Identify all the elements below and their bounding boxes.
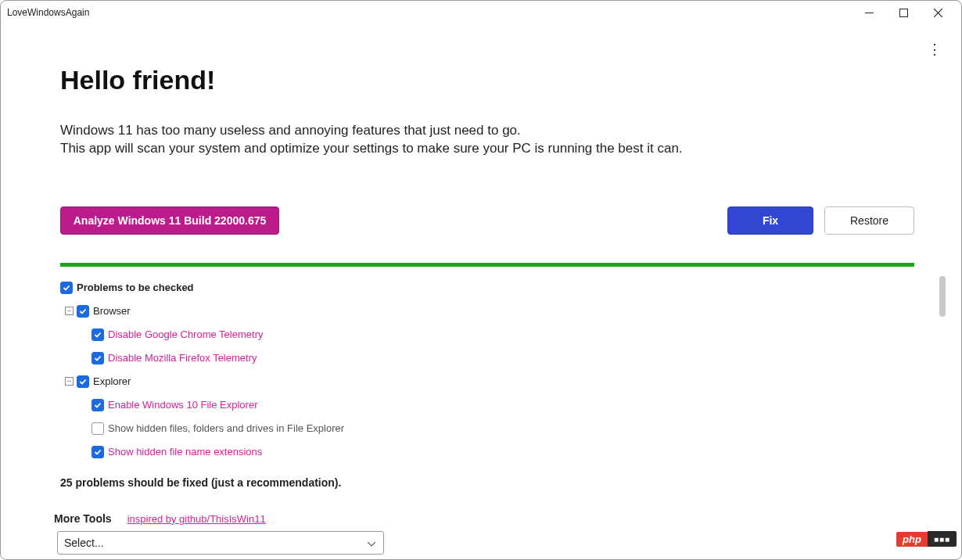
tree-item-label: Show hidden files, folders and drives in… xyxy=(108,422,344,434)
close-button[interactable] xyxy=(921,1,955,24)
checkbox-item[interactable] xyxy=(92,399,104,411)
tree-item[interactable]: Disable Mozilla Firefox Telemetry xyxy=(60,346,914,370)
checkbox-item[interactable] xyxy=(92,446,104,458)
minimize-icon xyxy=(865,9,874,17)
svg-rect-1 xyxy=(899,9,907,16)
checkbox-item[interactable] xyxy=(92,328,104,341)
close-icon xyxy=(934,9,942,17)
analyze-button[interactable]: Analyze Windows 11 Build 22000.675 xyxy=(60,206,279,235)
checkbox-browser[interactable] xyxy=(77,305,89,318)
tree-item-label: Disable Google Chrome Telemetry xyxy=(108,328,263,340)
tree-root[interactable]: Problems to be checked xyxy=(60,276,914,300)
tree-root-label: Problems to be checked xyxy=(77,282,194,293)
checkbox-item[interactable] xyxy=(92,352,104,364)
checkbox-explorer[interactable] xyxy=(77,375,89,388)
collapse-icon[interactable]: − xyxy=(65,377,74,386)
page-description: Windows 11 has too many useless and anno… xyxy=(60,122,914,158)
minimize-button[interactable] xyxy=(852,1,886,24)
watermark-badge: php ■■■ xyxy=(896,531,957,547)
app-window: LoveWindowsAgain ⋮ Hello friend! Windows… xyxy=(0,0,962,560)
tree-item[interactable]: Disable Google Chrome Telemetry xyxy=(60,323,914,346)
inspired-link[interactable]: inspired by github/ThisIsWin11 xyxy=(127,513,266,525)
tree-item-label: Enable Windows 10 File Explorer xyxy=(108,399,257,411)
badge-left: php xyxy=(896,532,928,547)
restore-button[interactable]: Restore xyxy=(824,206,914,235)
tree-scrollbar[interactable] xyxy=(939,276,946,317)
tree-wrapper: Problems to be checked − Browser Disable… xyxy=(60,276,914,464)
tree-group-browser[interactable]: − Browser xyxy=(60,300,914,323)
tree-group-label: Explorer xyxy=(93,375,131,387)
badge-right: ■■■ xyxy=(928,531,957,547)
page-title: Hello friend! xyxy=(60,65,914,95)
tree-item[interactable]: Show hidden file name extensions xyxy=(60,440,914,464)
desc-line-2: This app will scan your system and optim… xyxy=(60,140,914,158)
window-title: LoveWindowsAgain xyxy=(7,7,89,18)
chevron-down-icon xyxy=(368,536,375,550)
status-line: 25 problems should be fixed (just a reco… xyxy=(60,476,914,489)
checkbox-item[interactable] xyxy=(92,422,104,435)
tree-group-explorer[interactable]: − Explorer xyxy=(60,370,914,393)
titlebar: LoveWindowsAgain xyxy=(1,1,961,24)
more-tools-row: More Tools inspired by github/ThisIsWin1… xyxy=(54,512,914,525)
checkbox-root[interactable] xyxy=(60,282,73,294)
collapse-icon[interactable]: − xyxy=(65,307,74,315)
select-value: Select... xyxy=(64,537,104,549)
problems-tree: Problems to be checked − Browser Disable… xyxy=(60,276,914,464)
main-content: Hello friend! Windows 11 has too many us… xyxy=(1,24,961,559)
tree-item-label: Disable Mozilla Firefox Telemetry xyxy=(108,352,257,364)
fix-button[interactable]: Fix xyxy=(727,206,813,235)
maximize-icon xyxy=(899,9,908,17)
progress-bar xyxy=(60,263,914,267)
more-tools-label: More Tools xyxy=(54,512,112,525)
action-button-row: Analyze Windows 11 Build 22000.675 Fix R… xyxy=(60,206,914,235)
desc-line-1: Windows 11 has too many useless and anno… xyxy=(60,122,914,140)
tree-group-label: Browser xyxy=(93,305,131,317)
more-tools-select[interactable]: Select... xyxy=(57,531,384,555)
window-controls xyxy=(852,1,955,24)
tree-item[interactable]: Enable Windows 10 File Explorer xyxy=(60,393,914,417)
tree-item-label: Show hidden file name extensions xyxy=(108,446,262,458)
maximize-button[interactable] xyxy=(886,1,921,24)
tree-item[interactable]: Show hidden files, folders and drives in… xyxy=(60,417,914,440)
